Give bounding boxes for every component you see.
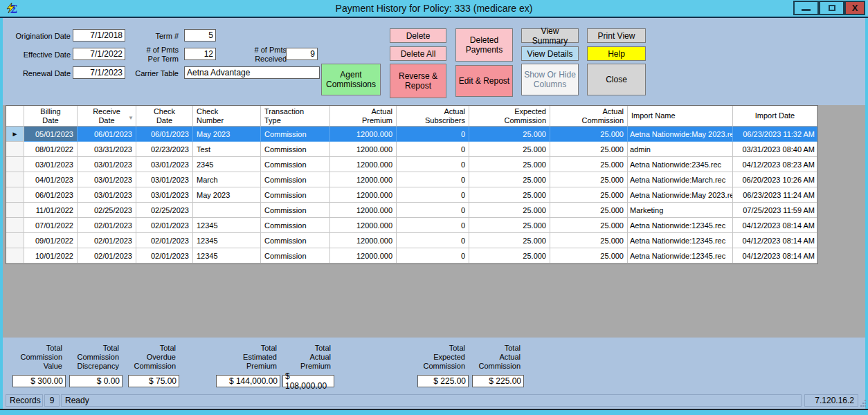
grid-cell-expected-commission[interactable]: 25.000 <box>469 127 550 142</box>
grid-cell-check-number[interactable] <box>193 203 261 218</box>
grid-cell-import-date[interactable]: 03/31/2023 08:40 AM <box>733 142 817 157</box>
renewal-date-field[interactable]: 7/1/2023 <box>73 66 125 79</box>
grid-cell-check-date[interactable]: 02/25/2023 <box>136 203 193 218</box>
grid-cell-import-date[interactable]: 07/25/2023 11:59 AM <box>733 203 817 218</box>
grid-cell-actual-subscribers[interactable]: 0 <box>397 142 469 157</box>
table-row[interactable]: 04/01/202303/01/202303/01/2023MarchCommi… <box>6 172 817 187</box>
grid-cell-expected-commission[interactable]: 25.000 <box>469 203 550 218</box>
grid-cell-import-name[interactable]: Marketing <box>628 203 733 218</box>
origination-date-field[interactable]: 7/1/2018 <box>73 29 125 42</box>
grid-cell-expected-commission[interactable]: 25.000 <box>469 187 550 203</box>
column-header-receive-date[interactable]: ReceiveDate▼ <box>78 106 136 127</box>
grid-cell-import-date[interactable]: 04/12/2023 08:14 AM <box>733 248 817 264</box>
edit-repost-button[interactable]: Edit & Repost <box>455 65 513 97</box>
grid-cell-import-name[interactable]: Aetna Nationwide:May 2023.rec <box>628 187 733 203</box>
grid-cell-actual-subscribers[interactable]: 0 <box>397 218 469 233</box>
grid-cell-import-date[interactable]: 04/12/2023 08:14 AM <box>733 218 817 233</box>
grid-cell-import-name[interactable]: Aetna Nationwide:March.rec <box>628 172 733 187</box>
show-hide-columns-button[interactable]: Show Or Hide Columns <box>521 64 579 95</box>
grid-cell-check-date[interactable]: 03/01/2023 <box>136 157 193 172</box>
resize-grip[interactable] <box>860 397 867 409</box>
grid-cell-check-date[interactable]: 03/01/2023 <box>136 187 193 203</box>
grid-cell-check-number[interactable]: May 2023 <box>193 187 261 203</box>
print-view-button[interactable]: Print View <box>587 28 646 43</box>
grid-cell-import-name[interactable]: Aetna Nationwide:12345.rec <box>628 218 733 233</box>
column-header-actual-commission[interactable]: ActualCommission <box>550 106 628 127</box>
column-header-import-name[interactable]: Import Name <box>628 106 733 127</box>
grid-cell-transaction-type[interactable]: Commission <box>261 218 330 233</box>
agent-commissions-button[interactable]: Agent Commissions <box>321 64 381 95</box>
grid-cell-billing-date[interactable]: 10/01/2022 <box>24 248 78 264</box>
column-header-check-number[interactable]: CheckNumber <box>193 106 261 127</box>
grid-cell-transaction-type[interactable]: Commission <box>261 127 330 142</box>
grid-cell-receive-date[interactable]: 03/01/2023 <box>78 187 136 203</box>
grid-cell-transaction-type[interactable]: Commission <box>261 203 330 218</box>
grid-cell-receive-date[interactable]: 02/01/2023 <box>78 218 136 233</box>
row-selector[interactable]: ► <box>6 127 24 142</box>
grid-cell-actual-subscribers[interactable]: 0 <box>397 157 469 172</box>
view-summary-button[interactable]: View Summary <box>521 28 579 43</box>
grid-cell-actual-commission[interactable]: 25.000 <box>550 172 628 187</box>
help-button[interactable]: Help <box>587 46 646 61</box>
grid-cell-check-date[interactable]: 06/01/2023 <box>136 127 193 142</box>
row-selector[interactable] <box>6 203 24 218</box>
table-row[interactable]: ►05/01/202306/01/202306/01/2023May 2023C… <box>6 127 817 142</box>
grid-cell-actual-commission[interactable]: 25.000 <box>550 142 628 157</box>
grid-cell-actual-commission[interactable]: 25.000 <box>550 248 628 264</box>
close-button[interactable]: Close <box>587 64 646 95</box>
view-details-button[interactable]: View Details <box>521 46 579 61</box>
column-header-transaction-type[interactable]: TransactionType <box>261 106 330 127</box>
grid-cell-import-name[interactable]: Aetna Nationwide:May 2023.rec <box>628 127 733 142</box>
grid-cell-billing-date[interactable]: 06/01/2023 <box>24 187 78 203</box>
grid-cell-check-number[interactable]: March <box>193 172 261 187</box>
grid-cell-import-name[interactable]: admin <box>628 142 733 157</box>
grid-cell-actual-commission[interactable]: 25.000 <box>550 127 628 142</box>
grid-cell-receive-date[interactable]: 03/01/2023 <box>78 157 136 172</box>
grid-cell-actual-premium[interactable]: 12000.000 <box>330 172 397 187</box>
grid-cell-expected-commission[interactable]: 25.000 <box>469 248 550 264</box>
grid-cell-check-date[interactable]: 03/01/2023 <box>136 172 193 187</box>
column-header-import-date[interactable]: Import Date <box>733 106 817 127</box>
grid-cell-import-date[interactable]: 04/12/2023 08:23 AM <box>733 157 817 172</box>
grid-cell-check-date[interactable]: 02/01/2023 <box>136 248 193 264</box>
grid-cell-actual-subscribers[interactable]: 0 <box>397 248 469 264</box>
grid-cell-billing-date[interactable]: 09/01/2022 <box>24 233 78 248</box>
grid-cell-actual-subscribers[interactable]: 0 <box>397 127 469 142</box>
deleted-payments-button[interactable]: Deleted Payments <box>455 28 513 62</box>
grid-cell-actual-premium[interactable]: 12000.000 <box>330 218 397 233</box>
row-selector[interactable] <box>6 248 24 264</box>
grid-cell-check-number[interactable]: 12345 <box>193 248 261 264</box>
grid-cell-check-date[interactable]: 02/23/2023 <box>136 142 193 157</box>
total-commission-discrepancy-field[interactable]: $ 0.00 <box>69 375 123 387</box>
grid-cell-billing-date[interactable]: 07/01/2022 <box>24 218 78 233</box>
grid-cell-check-number[interactable]: May 2023 <box>193 127 261 142</box>
total-overdue-commission-field[interactable]: $ 75.00 <box>128 375 179 387</box>
term-number-field[interactable]: 5 <box>184 29 216 42</box>
grid-cell-expected-commission[interactable]: 25.000 <box>469 233 550 248</box>
delete-button[interactable]: Delete <box>390 28 446 43</box>
grid-cell-billing-date[interactable]: 03/01/2023 <box>24 157 78 172</box>
grid-cell-actual-premium[interactable]: 12000.000 <box>330 142 397 157</box>
column-header-expected-commission[interactable]: ExpectedCommission <box>469 106 550 127</box>
effective-date-field[interactable]: 7/1/2022 <box>73 48 125 60</box>
grid-cell-check-date[interactable]: 02/01/2023 <box>136 218 193 233</box>
grid-cell-actual-subscribers[interactable]: 0 <box>397 203 469 218</box>
grid-cell-import-name[interactable]: Aetna Nationwide:12345.rec <box>628 248 733 264</box>
grid-cell-check-number[interactable]: Test <box>193 142 261 157</box>
grid-cell-import-date[interactable]: 06/20/2023 10:26 AM <box>733 172 817 187</box>
grid-cell-receive-date[interactable]: 06/01/2023 <box>78 127 136 142</box>
total-actual-commission-field[interactable]: $ 225.00 <box>472 375 524 387</box>
delete-all-button[interactable]: Delete All <box>390 46 446 61</box>
carrier-table-field[interactable]: Aetna Advantage <box>184 66 320 79</box>
reverse-repost-button[interactable]: Reverse & Repost <box>390 64 446 98</box>
column-header-actual-subscribers[interactable]: ActualSubscribers <box>397 106 469 127</box>
minimize-button[interactable] <box>793 1 819 15</box>
grid-cell-transaction-type[interactable]: Commission <box>261 157 330 172</box>
table-row[interactable]: 09/01/202202/01/202302/01/202312345Commi… <box>6 233 817 248</box>
grid-cell-expected-commission[interactable]: 25.000 <box>469 142 550 157</box>
grid-cell-receive-date[interactable]: 03/31/2023 <box>78 142 136 157</box>
table-row[interactable]: 08/01/202203/31/202302/23/2023TestCommis… <box>6 142 817 157</box>
title-bar[interactable]: Σ Payment History for Policy: 333 (medic… <box>0 0 868 17</box>
grid-cell-import-name[interactable]: Aetna Nationwide:2345.rec <box>628 157 733 172</box>
row-selector[interactable] <box>6 187 24 203</box>
